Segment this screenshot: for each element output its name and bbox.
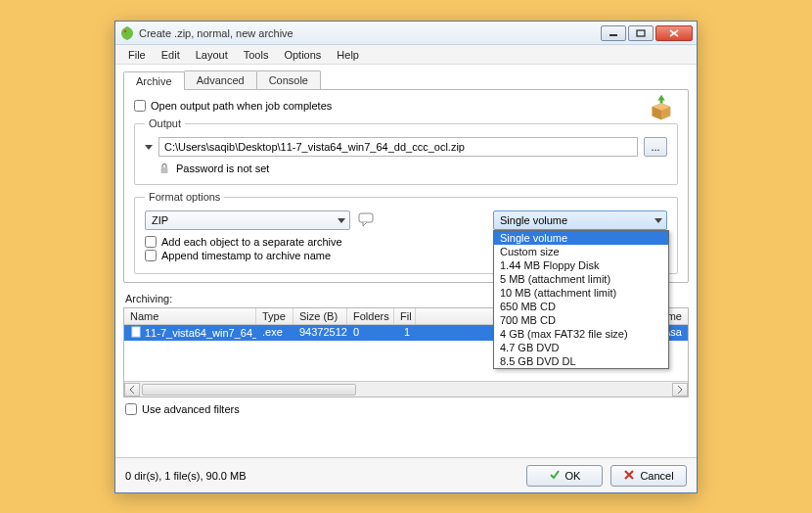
menu-edit[interactable]: Edit (155, 47, 187, 63)
comment-icon[interactable] (358, 212, 376, 228)
app-icon (119, 25, 135, 41)
cell-files: 1 (394, 325, 416, 341)
tab-archive[interactable]: Archive (123, 71, 185, 90)
advanced-filters-label: Use advanced filters (142, 403, 240, 415)
volume-option[interactable]: 10 MB (attachment limit) (494, 286, 668, 300)
horizontal-scrollbar[interactable] (124, 381, 688, 396)
chevron-down-icon (654, 218, 662, 223)
cancel-label: Cancel (640, 470, 673, 482)
main-window: Create .zip, normal, new archive File Ed… (114, 21, 698, 493)
output-path-row: ... (145, 137, 667, 157)
scroll-right-button[interactable] (672, 383, 688, 396)
browse-button[interactable]: ... (644, 137, 667, 157)
volume-option[interactable]: 4 GB (max FAT32 file size) (494, 327, 668, 341)
menubar: File Edit Layout Tools Options Help (115, 45, 697, 65)
tab-console[interactable]: Console (256, 70, 321, 89)
x-icon (623, 469, 635, 483)
close-button[interactable] (655, 25, 693, 41)
status-text: 0 dir(s), 1 file(s), 90.0 MB (125, 470, 246, 482)
tab-panel-archive: Open output path when job completes Outp… (123, 89, 689, 283)
password-row[interactable]: Password is not set (145, 163, 667, 174)
format-combo[interactable]: ZIP (145, 210, 350, 230)
separate-archive-input[interactable] (145, 236, 157, 248)
ok-label: OK (565, 470, 581, 482)
volume-option[interactable]: Custom size (494, 245, 668, 258)
menu-layout[interactable]: Layout (189, 47, 235, 63)
window-buttons (601, 25, 693, 41)
open-output-label: Open output path when job completes (151, 100, 332, 112)
scroll-left-button[interactable] (124, 383, 140, 396)
volume-option[interactable]: 1.44 MB Floppy Disk (494, 258, 668, 272)
volume-option[interactable]: 700 MB CD (494, 313, 668, 327)
svg-rect-5 (359, 213, 373, 222)
menu-options[interactable]: Options (277, 47, 328, 63)
svg-rect-2 (637, 30, 645, 36)
format-row: ZIP Single volume Single volume Custom s… (145, 210, 667, 230)
volume-value: Single volume (500, 214, 567, 226)
volume-option[interactable]: 650 MB CD (494, 300, 668, 313)
menu-file[interactable]: File (121, 47, 153, 63)
cell-name: 11-7_vista64_win7_64_d (145, 327, 256, 339)
svg-rect-6 (132, 327, 140, 337)
format-fieldset: Format options ZIP Single volume Si (134, 191, 678, 274)
svg-rect-4 (161, 167, 168, 173)
chevron-down-icon (338, 218, 345, 223)
tab-strip: Archive Advanced Console (123, 70, 689, 89)
col-size[interactable]: Size (B) (293, 308, 347, 324)
timestamp-label: Append timestamp to archive name (161, 250, 331, 261)
svg-point-0 (124, 29, 126, 31)
volume-option[interactable]: Single volume (494, 231, 668, 245)
menu-tools[interactable]: Tools (237, 47, 276, 63)
lock-icon (158, 163, 170, 174)
dialog-buttons: OK Cancel (526, 465, 687, 487)
col-files[interactable]: Fil (394, 308, 416, 324)
cell-size: 94372512 (293, 325, 347, 341)
volume-option[interactable]: 4.7 GB DVD (494, 341, 668, 354)
volume-option[interactable]: 8.5 GB DVD DL (494, 354, 668, 368)
scroll-thumb[interactable] (142, 384, 356, 396)
format-value: ZIP (152, 214, 168, 226)
ok-button[interactable]: OK (526, 465, 603, 487)
svg-rect-1 (609, 34, 617, 36)
col-name[interactable]: Name (124, 308, 256, 324)
maximize-button[interactable] (628, 25, 654, 41)
volume-combo[interactable]: Single volume Single volume Custom size … (493, 210, 667, 230)
advanced-filters-input[interactable] (125, 403, 137, 415)
file-icon (130, 326, 142, 340)
tab-advanced[interactable]: Advanced (184, 70, 257, 89)
advanced-filters-checkbox[interactable]: Use advanced filters (125, 403, 689, 415)
content-area: Archive Advanced Console Open output pat… (115, 65, 697, 457)
col-type[interactable]: Type (256, 308, 293, 324)
expand-icon[interactable] (145, 145, 153, 150)
output-path-input[interactable] (158, 137, 638, 157)
format-legend: Format options (145, 191, 224, 203)
minimize-button[interactable] (601, 25, 626, 41)
window-title: Create .zip, normal, new archive (139, 27, 601, 39)
output-legend: Output (145, 117, 185, 129)
timestamp-input[interactable] (145, 250, 157, 261)
cell-folders: 0 (347, 325, 394, 341)
separate-archive-label: Add each object to a separate archive (161, 236, 342, 248)
menu-help[interactable]: Help (330, 47, 366, 63)
col-folders[interactable]: Folders (347, 308, 394, 324)
volume-option[interactable]: 5 MB (attachment limit) (494, 272, 668, 286)
cell-type: .exe (256, 325, 293, 341)
package-icon (647, 92, 676, 121)
open-output-checkbox[interactable]: Open output path when job completes (134, 100, 678, 112)
volume-dropdown: Single volume Custom size 1.44 MB Floppy… (493, 230, 669, 369)
titlebar[interactable]: Create .zip, normal, new archive (115, 22, 697, 45)
open-output-input[interactable] (134, 100, 146, 112)
cancel-button[interactable]: Cancel (610, 465, 687, 487)
output-fieldset: Output ... Password is not set (134, 117, 678, 185)
check-icon (549, 469, 561, 483)
statusbar: 0 dir(s), 1 file(s), 90.0 MB OK Cancel (115, 457, 697, 492)
password-label: Password is not set (176, 163, 269, 174)
